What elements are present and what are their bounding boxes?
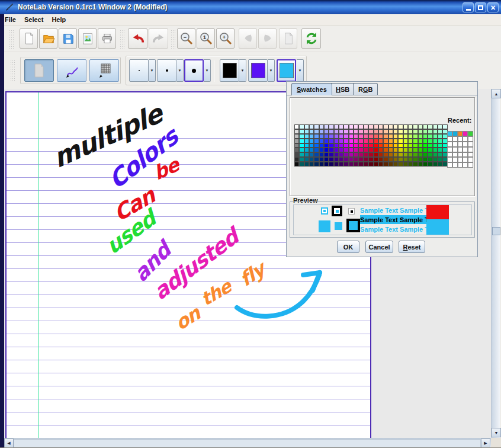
swatch-cell[interactable] <box>403 143 408 148</box>
recent-swatch-cell[interactable] <box>468 157 473 162</box>
swatch-cell[interactable] <box>314 134 319 139</box>
swatch-cell[interactable] <box>358 124 363 129</box>
swatch-cell[interactable] <box>413 148 418 152</box>
swatch-cell[interactable] <box>349 134 354 139</box>
swatch-cell[interactable] <box>324 129 329 134</box>
swatch-cell[interactable] <box>349 129 354 134</box>
swatch-cell[interactable] <box>403 157 408 162</box>
recent-swatch-cell[interactable] <box>468 147 473 152</box>
back-button[interactable] <box>239 28 257 49</box>
swatch-cell[interactable] <box>388 162 393 167</box>
swatch-cell[interactable] <box>388 143 393 148</box>
swatch-cell[interactable] <box>354 162 358 167</box>
swatch-cell[interactable] <box>358 152 363 157</box>
recent-swatch-cell[interactable] <box>458 147 463 152</box>
swatch-cell[interactable] <box>319 134 324 139</box>
recent-swatch-cell[interactable] <box>463 157 468 162</box>
swatch-cell[interactable] <box>329 139 333 143</box>
swatch-cell[interactable] <box>319 143 324 148</box>
recent-swatch-cell[interactable] <box>458 136 463 142</box>
swatch-cell[interactable] <box>339 139 343 143</box>
swatch-cell[interactable] <box>294 143 299 148</box>
swatch-cell[interactable] <box>354 148 358 152</box>
swatch-cell[interactable] <box>324 134 329 139</box>
swatch-cell[interactable] <box>319 139 324 143</box>
swatch-cell[interactable] <box>309 148 314 152</box>
swatch-cell[interactable] <box>368 139 373 143</box>
swatch-cell[interactable] <box>324 157 329 162</box>
swatch-cell[interactable] <box>413 134 418 139</box>
swatch-cell[interactable] <box>378 124 383 129</box>
swatch-cell[interactable] <box>383 152 388 157</box>
undo-button[interactable] <box>128 28 147 49</box>
recent-swatch-cell[interactable] <box>452 142 458 147</box>
swatch-cell[interactable] <box>438 129 442 134</box>
swatch-cell[interactable] <box>388 157 393 162</box>
swatch-cell[interactable] <box>349 139 354 143</box>
recent-swatch-cell[interactable] <box>468 136 473 142</box>
pen-size-large-dropdown[interactable]: ▼ <box>204 59 211 82</box>
swatch-cell[interactable] <box>319 157 324 162</box>
swatch-cell[interactable] <box>339 124 343 129</box>
swatch-cell[interactable] <box>368 152 373 157</box>
swatch-cell[interactable] <box>433 152 438 157</box>
swatch-cell[interactable] <box>319 129 324 134</box>
scroll-left-button[interactable]: ◀ <box>4 439 14 448</box>
swatch-cell[interactable] <box>309 157 314 162</box>
pen-size-large-button[interactable] <box>184 59 204 82</box>
swatch-cell[interactable] <box>304 129 309 134</box>
tab-hsb[interactable]: HSB <box>330 83 355 95</box>
pen-size-medium-button[interactable] <box>157 59 176 82</box>
save-button[interactable] <box>59 28 77 49</box>
swatch-cell[interactable] <box>428 124 432 129</box>
swatch-cell[interactable] <box>364 152 368 157</box>
swatch-cell[interactable] <box>398 129 403 134</box>
swatch-cell[interactable] <box>403 139 408 143</box>
swatch-cell[interactable] <box>314 157 319 162</box>
swatch-cell[interactable] <box>438 143 442 148</box>
swatch-cell[interactable] <box>398 148 403 152</box>
swatch-cell[interactable] <box>423 152 428 157</box>
swatch-cell[interactable] <box>294 157 299 162</box>
scroll-up-button[interactable]: ▲ <box>492 89 501 98</box>
swatch-cell[interactable] <box>354 124 358 129</box>
swatch-cell[interactable] <box>388 148 393 152</box>
swatch-cell[interactable] <box>398 152 403 157</box>
export-image-button[interactable] <box>78 28 97 49</box>
swatch-cell[interactable] <box>383 139 388 143</box>
pen-color-purple-dropdown[interactable]: ▼ <box>268 59 275 82</box>
refresh-button[interactable] <box>301 28 321 49</box>
swatch-cell[interactable] <box>433 148 438 152</box>
swatch-cell[interactable] <box>393 157 398 162</box>
swatch-cell[interactable] <box>393 162 398 167</box>
swatch-cell[interactable] <box>354 139 358 143</box>
swatch-cell[interactable] <box>349 148 354 152</box>
swatch-cell[interactable] <box>349 152 354 157</box>
swatch-cell[interactable] <box>364 124 368 129</box>
swatch-cell[interactable] <box>418 124 423 129</box>
swatch-cell[interactable] <box>364 157 368 162</box>
swatch-cell[interactable] <box>398 143 403 148</box>
swatch-cell[interactable] <box>368 134 373 139</box>
swatch-cell[interactable] <box>319 148 324 152</box>
pen-color-cyan-button[interactable] <box>277 59 296 82</box>
swatch-cell[interactable] <box>339 157 343 162</box>
swatch-cell[interactable] <box>413 157 418 162</box>
swatch-cell[interactable] <box>343 152 348 157</box>
swatch-cell[interactable] <box>418 152 423 157</box>
swatch-cell[interactable] <box>358 134 363 139</box>
swatch-cell[interactable] <box>433 129 438 134</box>
swatch-cell[interactable] <box>364 143 368 148</box>
swatch-cell[interactable] <box>398 134 403 139</box>
recent-swatch-cell[interactable] <box>463 136 468 142</box>
swatch-cell[interactable] <box>294 148 299 152</box>
swatch-cell[interactable] <box>423 143 428 148</box>
swatch-cell[interactable] <box>423 162 428 167</box>
swatch-cell[interactable] <box>438 124 442 129</box>
tab-rgb[interactable]: RGB <box>353 83 378 95</box>
swatch-cell[interactable] <box>334 152 339 157</box>
swatch-cell[interactable] <box>418 139 423 143</box>
swatch-cell[interactable] <box>358 139 363 143</box>
swatch-cell[interactable] <box>423 124 428 129</box>
swatch-cell[interactable] <box>383 134 388 139</box>
